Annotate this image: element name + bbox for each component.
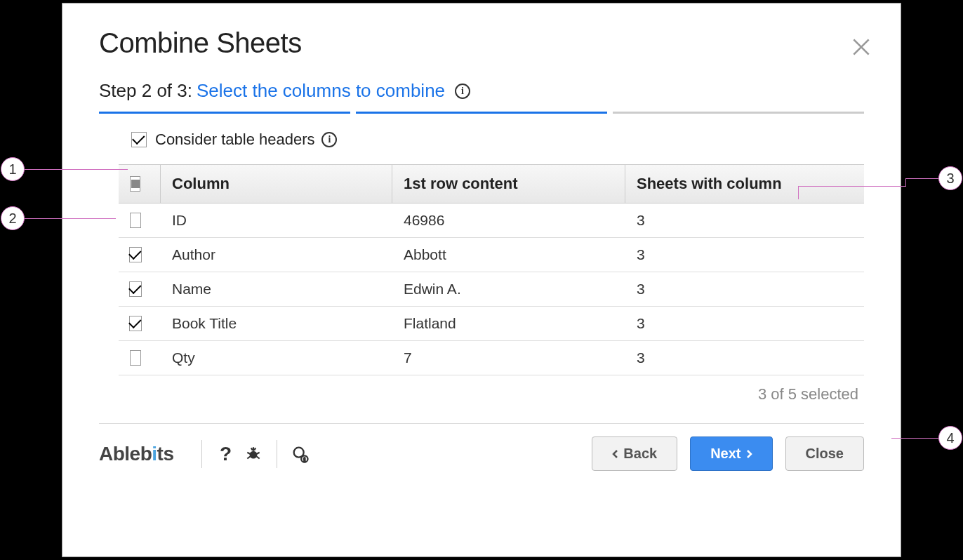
table-row[interactable]: Book TitleFlatland3	[119, 307, 864, 341]
cell-sheets: 3	[625, 238, 842, 272]
annotation-3: 3	[938, 166, 962, 190]
brand-logo: Ablebits	[99, 443, 173, 465]
svg-line-7	[257, 456, 260, 458]
annotation-2: 2	[1, 206, 25, 230]
table-row[interactable]: AuthorAbbott3	[119, 238, 864, 272]
bug-icon[interactable]	[243, 444, 264, 465]
back-button[interactable]: Back	[592, 436, 677, 471]
progress-bar	[99, 112, 864, 114]
consider-headers-label: Consider table headers	[155, 131, 314, 149]
dialog-title: Combine Sheets	[62, 4, 901, 67]
leader-line	[798, 186, 905, 187]
leader-line	[891, 438, 938, 439]
cell-first-row: Flatland	[392, 307, 625, 340]
back-label: Back	[623, 446, 657, 462]
table-row[interactable]: Qty73	[119, 341, 864, 375]
svg-line-6	[248, 456, 251, 458]
cell-column: Name	[161, 272, 392, 306]
cell-first-row: 46986	[392, 204, 625, 237]
consider-headers-checkbox[interactable]	[131, 132, 147, 147]
cell-sheets: 3	[625, 272, 842, 306]
selection-count: 3 of 5 selected	[62, 385, 858, 404]
svg-line-8	[251, 448, 253, 450]
cell-first-row: 7	[392, 341, 625, 375]
next-label: Next	[710, 446, 740, 462]
progress-seg-1	[99, 112, 350, 114]
header-column[interactable]: Column	[161, 165, 392, 203]
divider	[277, 440, 277, 468]
info-icon[interactable]: i	[455, 84, 470, 99]
leader-line	[905, 178, 906, 187]
leader-line	[25, 169, 128, 170]
header-sheets[interactable]: Sheets with column	[625, 165, 842, 203]
cell-sheets: 3	[625, 307, 842, 340]
svg-line-4	[248, 452, 251, 453]
row-checkbox[interactable]	[130, 350, 141, 366]
dialog-panel: Combine Sheets Step 2 of 3: Select the c…	[62, 3, 901, 557]
step-label: Select the columns to combine	[197, 80, 445, 102]
close-label: Close	[806, 446, 844, 462]
cell-column: ID	[161, 204, 392, 237]
annotation-1: 1	[1, 157, 25, 181]
close-button[interactable]: Close	[785, 436, 864, 471]
progress-seg-3	[613, 112, 864, 114]
row-checkbox[interactable]	[129, 316, 142, 331]
cell-column: Author	[161, 238, 392, 272]
table-row[interactable]: NameEdwin A.3	[119, 272, 864, 307]
columns-table: Column 1st row content Sheets with colum…	[119, 164, 864, 375]
search-info-icon[interactable]: i	[290, 444, 311, 465]
select-all-checkbox[interactable]	[130, 176, 140, 192]
select-all-header	[119, 165, 161, 203]
next-button[interactable]: Next	[690, 436, 772, 471]
cell-sheets: 3	[625, 204, 842, 237]
leader-line	[798, 186, 799, 199]
cell-column: Book Title	[161, 307, 392, 340]
svg-line-9	[255, 448, 256, 450]
leader-line	[25, 218, 116, 219]
step-prefix: Step 2 of 3:	[99, 80, 192, 102]
cell-sheets: 3	[625, 341, 842, 375]
svg-point-2	[250, 451, 258, 458]
close-icon[interactable]	[850, 36, 872, 58]
annotation-4: 4	[938, 426, 962, 450]
leader-line	[905, 178, 938, 179]
cell-first-row: Abbott	[392, 238, 625, 272]
step-heading: Step 2 of 3: Select the columns to combi…	[62, 67, 901, 107]
row-checkbox[interactable]	[129, 247, 142, 262]
svg-line-5	[257, 452, 260, 453]
consider-headers-option: Consider table headers i	[62, 114, 901, 159]
row-checkbox[interactable]	[129, 281, 142, 297]
row-checkbox[interactable]	[130, 213, 141, 228]
table-header-row: Column 1st row content Sheets with colum…	[119, 164, 864, 204]
cell-column: Qty	[161, 341, 392, 375]
progress-seg-2	[356, 112, 607, 114]
divider	[201, 440, 202, 468]
table-row[interactable]: ID469863	[119, 204, 864, 238]
cell-first-row: Edwin A.	[392, 272, 625, 306]
help-icon[interactable]: ?	[215, 444, 236, 465]
info-icon[interactable]: i	[321, 132, 337, 147]
footer: Ablebits ? i	[62, 424, 901, 484]
header-first-row[interactable]: 1st row content	[392, 165, 625, 203]
